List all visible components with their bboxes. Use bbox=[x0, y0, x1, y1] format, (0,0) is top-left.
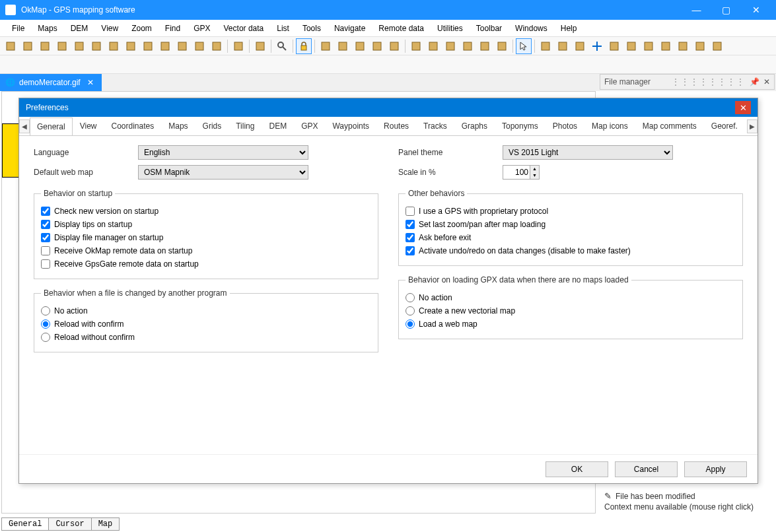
erase-icon[interactable] bbox=[572, 38, 588, 54]
menu-navigate[interactable]: Navigate bbox=[328, 21, 372, 36]
panel-close-icon[interactable]: ✕ bbox=[763, 77, 770, 86]
save-icon[interactable] bbox=[106, 38, 122, 54]
menu-find[interactable]: Find bbox=[159, 21, 187, 36]
export-image-icon[interactable] bbox=[157, 38, 173, 54]
edit-icon[interactable] bbox=[408, 38, 424, 54]
startup-checkbox-0[interactable] bbox=[41, 207, 50, 216]
spin-down-icon[interactable]: ▼ bbox=[530, 172, 539, 179]
minimize-button[interactable]: — bbox=[682, 0, 711, 20]
search-icon[interactable] bbox=[274, 38, 290, 54]
menu-help[interactable]: Help bbox=[554, 21, 584, 36]
menu-file[interactable]: File bbox=[5, 21, 31, 36]
pref-tab-toponyms[interactable]: Toponyms bbox=[495, 117, 546, 135]
other-checkbox-0[interactable] bbox=[406, 207, 415, 216]
export-icon[interactable] bbox=[140, 38, 156, 54]
export-kml-icon[interactable] bbox=[174, 38, 190, 54]
tab-close-icon[interactable]: ✕ bbox=[85, 78, 96, 87]
bottom-tab-general[interactable]: General bbox=[1, 517, 49, 531]
gpx-load-radio-1[interactable] bbox=[406, 306, 415, 316]
menu-tools[interactable]: Tools bbox=[296, 21, 328, 36]
menu-gpx[interactable]: GPX bbox=[187, 21, 217, 36]
gpx-load-radio-0[interactable] bbox=[406, 293, 415, 302]
lock-icon[interactable] bbox=[296, 38, 312, 54]
pick-icon[interactable] bbox=[555, 38, 571, 54]
pref-tab-tiling[interactable]: Tiling bbox=[229, 117, 262, 135]
layers-icon[interactable] bbox=[252, 38, 268, 54]
menu-windows[interactable]: Windows bbox=[509, 21, 554, 36]
spin-up-icon[interactable]: ▲ bbox=[530, 166, 539, 172]
file-change-radio-2[interactable] bbox=[41, 333, 50, 342]
pref-tab-waypoints[interactable]: Waypoints bbox=[325, 117, 376, 135]
rect-icon[interactable] bbox=[425, 38, 441, 54]
pointer-icon[interactable] bbox=[516, 38, 532, 54]
pref-tab-grids[interactable]: Grids bbox=[195, 117, 229, 135]
zoom-sel-icon[interactable] bbox=[369, 38, 385, 54]
pref-tab-maps[interactable]: Maps bbox=[161, 117, 195, 135]
menu-list[interactable]: List bbox=[270, 21, 296, 36]
file-change-radio-1[interactable] bbox=[41, 319, 50, 329]
open-map-icon[interactable] bbox=[37, 38, 53, 54]
zoom-out-icon[interactable] bbox=[335, 38, 351, 54]
pref-tab-routes[interactable]: Routes bbox=[376, 117, 416, 135]
default-map-select[interactable]: OSM Mapnik bbox=[138, 165, 308, 180]
menu-toolbar[interactable]: Toolbar bbox=[470, 21, 509, 36]
close-button[interactable]: ✕ bbox=[741, 0, 771, 20]
bottom-tab-cursor[interactable]: Cursor bbox=[48, 517, 91, 531]
ok-button[interactable]: OK bbox=[546, 461, 608, 477]
open-overlay-icon[interactable] bbox=[54, 38, 70, 54]
pref-tab-map-icons[interactable]: Map icons bbox=[584, 117, 635, 135]
pref-tab-tracks[interactable]: Tracks bbox=[416, 117, 454, 135]
bucket-icon[interactable] bbox=[477, 38, 493, 54]
dialog-close-button[interactable]: ✕ bbox=[735, 101, 751, 114]
pref-tab-gpx[interactable]: GPX bbox=[294, 117, 325, 135]
polygon-icon[interactable] bbox=[623, 38, 639, 54]
pin-icon[interactable]: 📌 bbox=[750, 77, 759, 86]
file-change-radio-0[interactable] bbox=[41, 306, 50, 316]
move-icon[interactable] bbox=[460, 38, 476, 54]
track-icon[interactable] bbox=[692, 38, 708, 54]
select-icon[interactable] bbox=[442, 38, 458, 54]
apply-button[interactable]: Apply bbox=[684, 461, 747, 477]
pref-tab-coordinates[interactable]: Coordinates bbox=[104, 117, 162, 135]
other-checkbox-3[interactable] bbox=[406, 246, 415, 255]
other-checkbox-1[interactable] bbox=[406, 220, 415, 229]
pref-tab-photos[interactable]: Photos bbox=[546, 117, 584, 135]
zoom-1-1-icon[interactable] bbox=[386, 38, 402, 54]
cancel-button[interactable]: Cancel bbox=[615, 461, 678, 477]
pan-icon[interactable] bbox=[538, 38, 553, 54]
tab-scroll-right[interactable]: ▶ bbox=[747, 119, 758, 133]
trace-icon[interactable] bbox=[641, 38, 656, 54]
language-select[interactable]: English bbox=[138, 145, 308, 160]
show-tiles-icon[interactable] bbox=[88, 38, 104, 54]
waypoint-icon[interactable] bbox=[658, 38, 674, 54]
gpx-load-radio-2[interactable] bbox=[406, 319, 415, 329]
open-icon[interactable] bbox=[20, 38, 36, 54]
new-icon[interactable] bbox=[3, 38, 18, 54]
properties-icon[interactable] bbox=[230, 38, 246, 54]
menu-dem[interactable]: DEM bbox=[64, 21, 95, 36]
menu-view[interactable]: View bbox=[94, 21, 125, 36]
zoom-in-icon[interactable] bbox=[318, 38, 334, 54]
menu-vector-data[interactable]: Vector data bbox=[217, 21, 271, 36]
pref-tab-map-comments[interactable]: Map comments bbox=[635, 117, 704, 135]
pref-tab-dem[interactable]: DEM bbox=[262, 117, 294, 135]
document-tab[interactable]: 🌐 demoMercator.gif ✕ bbox=[0, 74, 102, 91]
pref-tab-graphs[interactable]: Graphs bbox=[454, 117, 495, 135]
grid-icon[interactable] bbox=[192, 38, 207, 54]
startup-checkbox-3[interactable] bbox=[41, 246, 50, 255]
menu-maps[interactable]: Maps bbox=[31, 21, 63, 36]
path-icon[interactable] bbox=[606, 38, 622, 54]
zoom-fit-icon[interactable] bbox=[352, 38, 368, 54]
open-vector-icon[interactable] bbox=[71, 38, 87, 54]
ruler-icon[interactable] bbox=[494, 38, 510, 54]
startup-checkbox-1[interactable] bbox=[41, 220, 50, 229]
menu-remote-data[interactable]: Remote data bbox=[372, 21, 431, 36]
menu-zoom[interactable]: Zoom bbox=[125, 21, 159, 36]
save-all-icon[interactable] bbox=[123, 38, 139, 54]
tab-scroll-left[interactable]: ◀ bbox=[19, 119, 30, 133]
grid-snap-icon[interactable] bbox=[209, 38, 225, 54]
other-checkbox-2[interactable] bbox=[406, 233, 415, 242]
panel-theme-select[interactable]: VS 2015 Light bbox=[503, 145, 673, 160]
pref-tab-georef-[interactable]: Georef. bbox=[704, 117, 745, 135]
maximize-button[interactable]: ▢ bbox=[711, 0, 741, 20]
